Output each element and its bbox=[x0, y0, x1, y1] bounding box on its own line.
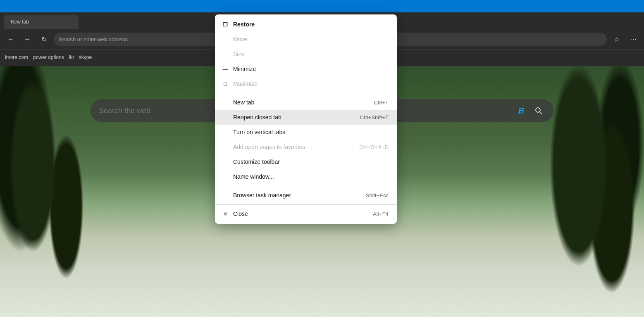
context-menu: ❐RestoreMoveSize—Minimize□MaximizeNew ta… bbox=[215, 14, 397, 224]
menu-item-shortcut-browser-task-manager: Shift+Esc bbox=[366, 192, 389, 199]
menu-item-shortcut-reopen-closed-tab: Ctrl+Shift+T bbox=[360, 114, 389, 121]
menu-item-vertical-tabs[interactable]: Turn on vertical tabs bbox=[215, 125, 397, 140]
search-button[interactable] bbox=[532, 104, 545, 117]
forward-button[interactable]: → bbox=[21, 33, 34, 46]
menu-item-label-minimize: Minimize bbox=[233, 66, 389, 72]
menu-item-label-close: Close bbox=[233, 211, 365, 217]
maximize-icon: □ bbox=[222, 80, 229, 88]
menu-item-label-name-window: Name window... bbox=[233, 173, 389, 180]
favorites-button[interactable]: ☆ bbox=[610, 33, 623, 46]
windows-taskbar bbox=[0, 0, 644, 12]
active-tab[interactable]: New tab bbox=[4, 15, 79, 29]
fav-ikt[interactable]: ikt bbox=[69, 54, 74, 60]
menu-item-name-window[interactable]: Name window... bbox=[215, 169, 397, 184]
fav-skype[interactable]: skype bbox=[79, 54, 92, 60]
menu-item-browser-task-manager[interactable]: Browser task managerShift+Esc bbox=[215, 188, 397, 203]
menu-item-minimize[interactable]: —Minimize bbox=[215, 62, 397, 76]
menu-item-shortcut-close: Alt+F4 bbox=[373, 211, 389, 217]
refresh-button[interactable]: ↻ bbox=[37, 33, 50, 46]
menu-item-label-vertical-tabs: Turn on vertical tabs bbox=[233, 129, 389, 135]
menu-item-customize-toolbar[interactable]: Customize toolbar bbox=[215, 154, 397, 169]
back-button[interactable]: ← bbox=[4, 33, 17, 46]
fav-imore[interactable]: imore.com bbox=[5, 54, 28, 60]
menu-item-restore[interactable]: ❐Restore bbox=[215, 17, 397, 32]
menu-item-label-reopen-closed-tab: Reopen closed tab bbox=[233, 114, 352, 121]
menu-item-new-tab[interactable]: New tabCtrl+T bbox=[215, 95, 397, 110]
menu-item-label-restore: Restore bbox=[233, 21, 389, 28]
menu-item-label-customize-toolbar: Customize toolbar bbox=[233, 158, 389, 165]
menu-item-size: Size bbox=[215, 47, 397, 62]
restore-icon: ❐ bbox=[222, 21, 229, 28]
close-icon: ✕ bbox=[222, 210, 229, 218]
menu-divider bbox=[215, 93, 397, 93]
menu-item-shortcut-new-tab: Ctrl+T bbox=[374, 99, 389, 106]
minimize-icon: — bbox=[222, 65, 229, 73]
menu-item-move: Move bbox=[215, 32, 397, 47]
menu-item-label-new-tab: New tab bbox=[233, 99, 365, 106]
menu-item-label-size: Size bbox=[233, 51, 389, 57]
menu-item-shortcut-add-favorites: Ctrl+Shift+D bbox=[359, 144, 389, 150]
fav-power[interactable]: power options bbox=[33, 54, 64, 60]
menu-divider bbox=[215, 204, 397, 205]
menu-item-label-move: Move bbox=[233, 36, 389, 43]
menu-item-label-maximize: Maximize bbox=[233, 80, 389, 87]
svg-line-1 bbox=[540, 112, 542, 114]
menu-item-reopen-closed-tab[interactable]: Reopen closed tabCtrl+Shift+T bbox=[215, 110, 397, 125]
bing-icon: B bbox=[515, 104, 528, 117]
menu-item-add-favorites: Add open pages to favoritesCtrl+Shift+D bbox=[215, 140, 397, 154]
menu-item-maximize: □Maximize bbox=[215, 76, 397, 91]
menu-item-close[interactable]: ✕CloseAlt+F4 bbox=[215, 206, 397, 221]
menu-divider bbox=[215, 186, 397, 186]
menu-item-label-browser-task-manager: Browser task manager bbox=[233, 192, 358, 199]
menu-item-label-add-favorites: Add open pages to favorites bbox=[233, 144, 351, 150]
more-button[interactable]: ⋯ bbox=[627, 33, 640, 46]
